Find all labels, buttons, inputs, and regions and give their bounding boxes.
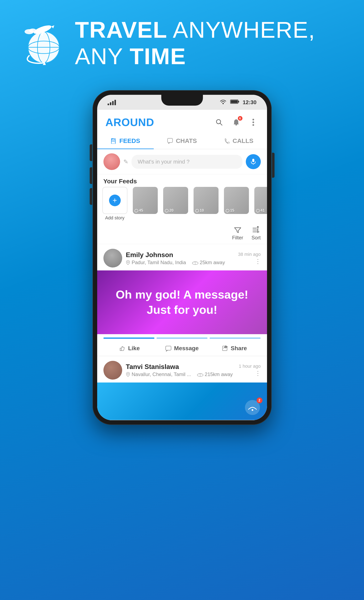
- distance-badge-1: 25km away: [192, 260, 225, 265]
- wifi-icon: [219, 99, 227, 106]
- sort-button[interactable]: Sort: [251, 226, 261, 241]
- tab-calls[interactable]: CALLS: [210, 133, 267, 149]
- progress-bar-3: [209, 338, 261, 339]
- tab-calls-label: CALLS: [233, 137, 254, 144]
- story-count-2: 20: [165, 208, 173, 213]
- story-item-1[interactable]: 45: [132, 187, 159, 221]
- post-message-1: Oh my god! A message! Just for you!: [110, 287, 255, 318]
- post-badge-2: 2: [244, 399, 261, 416]
- status-right: 12:30: [219, 99, 257, 106]
- signal-icon: [108, 99, 116, 105]
- post-card-1: Emily Johnson Padur, Tamil Nadu, India: [97, 244, 267, 356]
- app-logo-icon: [21, 20, 67, 66]
- power-button: [272, 153, 274, 178]
- notch: [161, 95, 203, 106]
- svg-marker-7: [51, 25, 55, 28]
- post-input-placeholder[interactable]: What's in your mind ?: [132, 155, 242, 169]
- post-user-info-1: Emily Johnson Padur, Tamil Nadu, India: [126, 251, 234, 265]
- header-icons: 6: [214, 117, 259, 128]
- svg-rect-14: [238, 101, 239, 103]
- tab-chats[interactable]: CHATS: [154, 133, 210, 149]
- post-more-button-2[interactable]: ⋮: [255, 370, 261, 377]
- story-item-2[interactable]: 20: [162, 187, 189, 221]
- svg-rect-22: [168, 138, 173, 142]
- post-meta-2: 1 hour ago ⋮: [239, 364, 261, 377]
- notification-button[interactable]: 6: [231, 117, 242, 128]
- post-meta-1: 38 min ago ⋮: [238, 252, 261, 265]
- add-story-thumb[interactable]: +: [102, 187, 127, 214]
- post-header-1: Emily Johnson Padur, Tamil Nadu, India: [97, 244, 267, 271]
- post-location-1: Padur, Tamil Nadu, India 25km away: [126, 260, 234, 265]
- sort-label: Sort: [251, 235, 261, 241]
- silent-button: [90, 188, 92, 205]
- story-thumb-4[interactable]: 15: [224, 187, 249, 214]
- story-thumb-2[interactable]: 20: [163, 187, 188, 214]
- post-header-2: Tanvi Stanislawa Navallur, Chennai, Tami…: [97, 356, 267, 383]
- post-content-2: 2: [97, 383, 267, 420]
- svg-rect-33: [166, 346, 171, 350]
- search-button[interactable]: [214, 117, 225, 128]
- post-actions-1: Like Message: [97, 342, 267, 356]
- share-button[interactable]: Share: [208, 345, 261, 352]
- svg-point-30: [127, 262, 129, 263]
- story-thumb-1[interactable]: 45: [133, 187, 158, 214]
- battery-icon: [230, 99, 239, 106]
- filter-label: Filter: [232, 235, 243, 241]
- svg-marker-29: [257, 226, 259, 227]
- story-item-5[interactable]: 41: [253, 187, 267, 221]
- feeds-section-label: Your Feeds: [97, 174, 267, 187]
- filter-sort-row: Filter Sort: [97, 224, 267, 244]
- message-button[interactable]: Message: [156, 345, 208, 352]
- volume-up-button: [90, 144, 92, 161]
- svg-point-20: [253, 122, 254, 123]
- svg-point-19: [253, 119, 254, 121]
- post-input-bar: ✎ What's in your mind ?: [97, 149, 267, 174]
- filter-button[interactable]: Filter: [232, 226, 243, 241]
- add-story-item[interactable]: + Add story: [101, 187, 128, 221]
- svg-point-35: [127, 373, 129, 375]
- notification-badge: 6: [238, 116, 242, 121]
- time-display: 12:30: [243, 99, 257, 106]
- story-count-1: 45: [135, 208, 143, 213]
- add-story-label: Add story: [105, 215, 124, 221]
- header-text: TRAVEL ANYWHERE, ANY TIME: [75, 17, 315, 69]
- app-content: AROUND 6: [97, 110, 267, 420]
- more-options-button[interactable]: [248, 117, 259, 128]
- phone-device: 12:30 AROUND: [93, 90, 272, 425]
- post-username-2: Tanvi Stanislawa: [126, 363, 235, 371]
- badge-count: 2: [257, 397, 263, 403]
- svg-point-21: [253, 124, 254, 126]
- post-location-2: Navallur, Chennai, Tamil ... 215km away: [126, 371, 235, 377]
- progress-bars: [97, 334, 267, 342]
- story-thumb-3[interactable]: 10: [193, 187, 218, 214]
- svg-line-17: [220, 123, 222, 125]
- post-avatar-2: [103, 361, 122, 380]
- add-story-circle[interactable]: +: [109, 195, 121, 206]
- like-button[interactable]: Like: [103, 345, 156, 352]
- story-count-3: 10: [195, 208, 204, 213]
- svg-point-39: [252, 409, 253, 411]
- post-time-2: 1 hour ago: [239, 364, 261, 369]
- post-time-1: 38 min ago: [238, 252, 261, 257]
- svg-rect-23: [252, 159, 254, 162]
- stories-row: + Add story 45: [97, 187, 267, 224]
- mic-button[interactable]: [246, 154, 261, 169]
- post-content-1: Oh my god! A message! Just for you!: [97, 271, 267, 334]
- story-item-4[interactable]: 15: [223, 187, 250, 221]
- story-thumb-5[interactable]: 41: [254, 187, 267, 214]
- volume-down-button: [90, 167, 92, 184]
- progress-bar-1: [103, 338, 155, 339]
- app-title: AROUND: [106, 116, 154, 129]
- post-username-1: Emily Johnson: [126, 251, 234, 259]
- story-item-3[interactable]: 10: [192, 187, 219, 221]
- post-more-button-1[interactable]: ⋮: [255, 258, 261, 265]
- tabs-bar: FEEDS CHATS CALLS: [97, 133, 267, 149]
- tab-feeds[interactable]: FEEDS: [97, 133, 154, 149]
- story-count-5: 41: [256, 208, 265, 213]
- svg-point-12: [222, 103, 224, 104]
- current-user-avatar: [103, 153, 120, 170]
- story-count-4: 15: [226, 208, 234, 213]
- svg-point-11: [29, 28, 36, 33]
- post-avatar-1: [103, 249, 122, 268]
- distance-badge-2: 215km away: [197, 371, 233, 377]
